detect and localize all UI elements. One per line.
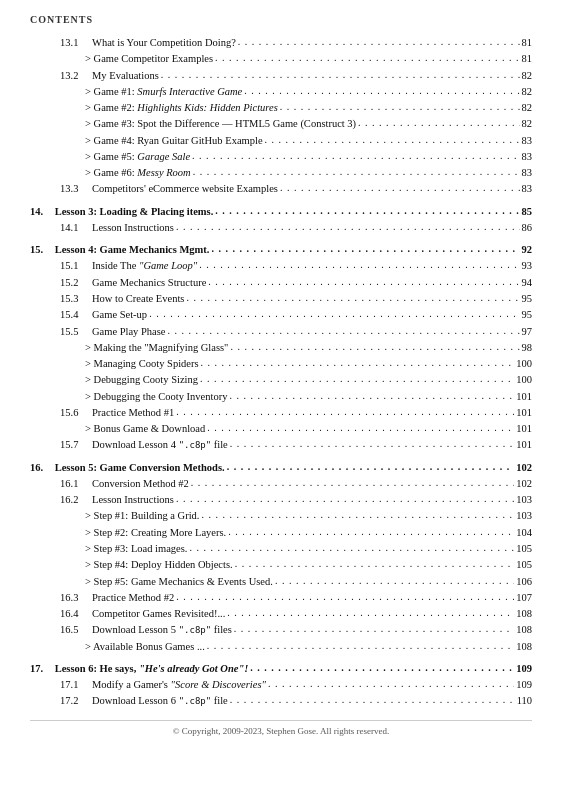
- toc-dots: [230, 436, 514, 452]
- toc-page: 108: [516, 639, 532, 655]
- toc-page: 104: [516, 525, 532, 541]
- toc-entry: 15.3How to Create Events95: [30, 291, 532, 307]
- toc-dots: [358, 115, 519, 131]
- toc-label: 15.3How to Create Events: [60, 291, 184, 307]
- toc-dots: [186, 290, 519, 306]
- toc-entry: > Game #4: Ryan Guitar GitHub Example83: [30, 133, 532, 149]
- toc-dots: [191, 475, 514, 491]
- toc-dots: [193, 164, 520, 180]
- toc-dots: [280, 99, 520, 115]
- toc-dots: [230, 339, 519, 355]
- toc-page: 103: [516, 492, 532, 508]
- toc-entry: 16.3Practice Method #2107: [30, 590, 532, 606]
- toc-label: 16.1Conversion Method #2: [60, 476, 189, 492]
- toc-label: 15.5Game Play Phase: [60, 324, 166, 340]
- toc-dots: [207, 420, 514, 436]
- toc-entry: 16.5Download Lesson 5 ".c8p" files108: [30, 622, 532, 638]
- toc-page: 108: [516, 622, 532, 638]
- toc-label: > Available Bonus Games ...: [85, 639, 205, 655]
- toc-label: 16.4Competitor Games Revisited!...: [60, 606, 225, 622]
- toc-page: 101: [516, 405, 532, 421]
- toc-label: > Game #3: Spot the Difference — HTML5 G…: [85, 116, 356, 132]
- toc-dots: [280, 180, 520, 196]
- toc-page: 105: [516, 557, 532, 573]
- toc-entry: > Game #1: Smurfs Interactive Game82: [30, 84, 532, 100]
- toc-entry: > Game #5: Garage Sale83: [30, 149, 532, 165]
- toc-dots: [215, 203, 519, 219]
- toc-dots: [238, 34, 520, 50]
- toc-label: > Debugging Cooty Sizing: [85, 372, 198, 388]
- toc-page: 94: [522, 275, 533, 291]
- toc-dots: [199, 257, 519, 273]
- toc-page: 108: [516, 606, 532, 622]
- toc-page: 101: [516, 437, 532, 453]
- toc-entry: 17.2Download Lesson 6 ".c8p" file110: [30, 693, 532, 709]
- toc-label: > Game #5: Garage Sale: [85, 149, 190, 165]
- toc-page: 98: [522, 340, 533, 356]
- toc-label: > Managing Cooty Spiders: [85, 356, 199, 372]
- toc-entry: 16.2Lesson Instructions103: [30, 492, 532, 508]
- toc-label: > Game #1: Smurfs Interactive Game: [85, 84, 242, 100]
- toc-label: > Making the "Magnifying Glass": [85, 340, 228, 356]
- toc-dots: [168, 323, 520, 339]
- toc-entry: 16. Lesson 5: Game Conversion Methods.10…: [30, 460, 532, 476]
- toc-dots: [176, 404, 514, 420]
- toc-dots: [207, 638, 514, 654]
- toc-dots: [234, 621, 514, 637]
- toc-entry: 15.1Inside The "Game Loop"93: [30, 258, 532, 274]
- toc-entry: > Step #4: Deploy Hidden Objects.105: [30, 557, 532, 573]
- toc-dots: [189, 540, 514, 556]
- toc-label: 14. Lesson 3: Loading & Placing items.: [30, 204, 213, 220]
- toc-dots: [275, 573, 514, 589]
- toc-entry: 13.3Competitors' eCommerce website Examp…: [30, 181, 532, 197]
- toc-label: 13.1What is Your Competition Doing?: [60, 35, 236, 51]
- toc-dots: [228, 524, 514, 540]
- toc-entry: 14. Lesson 3: Loading & Placing items.85: [30, 204, 532, 220]
- toc-page: 109: [516, 661, 532, 677]
- toc-page: 105: [516, 541, 532, 557]
- toc-page: 82: [522, 68, 533, 84]
- toc-page: 110: [517, 693, 532, 709]
- toc-entry: > Step #2: Creating More Layers.104: [30, 525, 532, 541]
- toc-label: 16. Lesson 5: Game Conversion Methods.: [30, 460, 225, 476]
- toc-entry: 17. Lesson 6: He says, "He's already Got…: [30, 661, 532, 677]
- toc-entry: > Debugging the Cooty Inventory101: [30, 389, 532, 405]
- toc-label: > Game #2: Highlights Kids: Hidden Pictu…: [85, 100, 278, 116]
- toc-label: 13.3Competitors' eCommerce website Examp…: [60, 181, 278, 197]
- toc-page: 102: [516, 460, 532, 476]
- toc-entry: 13.2My Evaluations82: [30, 68, 532, 84]
- toc-entry: > Making the "Magnifying Glass"98: [30, 340, 532, 356]
- toc-label: 15.1Inside The "Game Loop": [60, 258, 197, 274]
- toc-entry: 15. Lesson 4: Game Mechanics Mgmt.92: [30, 242, 532, 258]
- toc-entry: 13.1What is Your Competition Doing?81: [30, 35, 532, 51]
- toc-page: 107: [516, 590, 532, 606]
- toc-entry: 15.5Game Play Phase97: [30, 324, 532, 340]
- toc-dots: [161, 67, 520, 83]
- toc-page: 86: [522, 220, 533, 236]
- toc-label: 14.1Lesson Instructions: [60, 220, 174, 236]
- toc-entry: > Step #3: Load images.105: [30, 541, 532, 557]
- toc-entry: > Game Competitor Examples81: [30, 51, 532, 67]
- toc-dots: [192, 148, 519, 164]
- toc-dots: [201, 507, 514, 523]
- toc-entry: 15.2Game Mechanics Structure94: [30, 275, 532, 291]
- toc-label: 15.6Practice Method #1: [60, 405, 174, 421]
- toc-dots: [211, 241, 519, 257]
- toc-page: 85: [522, 204, 533, 220]
- toc-entry: 17.1Modify a Gamer's "Score & Discoverie…: [30, 677, 532, 693]
- toc-label: > Debugging the Cooty Inventory: [85, 389, 227, 405]
- toc-label: > Game Competitor Examples: [85, 51, 213, 67]
- toc-entry: 16.1Conversion Method #2102: [30, 476, 532, 492]
- toc-page: 101: [516, 389, 532, 405]
- toc-dots: [268, 676, 514, 692]
- toc-label: 16.5Download Lesson 5 ".c8p" files: [60, 622, 232, 638]
- toc-dots: [235, 556, 515, 572]
- toc-label: > Step #4: Deploy Hidden Objects.: [85, 557, 233, 573]
- toc-page: 81: [522, 35, 533, 51]
- toc-page: 100: [516, 356, 532, 372]
- toc-label: 17.2Download Lesson 6 ".c8p" file: [60, 693, 228, 709]
- toc-dots: [200, 371, 514, 387]
- toc-entry: 15.4Game Set-up95: [30, 307, 532, 323]
- toc-entry: > Game #3: Spot the Difference — HTML5 G…: [30, 116, 532, 132]
- toc-label: > Game #4: Ryan Guitar GitHub Example: [85, 133, 263, 149]
